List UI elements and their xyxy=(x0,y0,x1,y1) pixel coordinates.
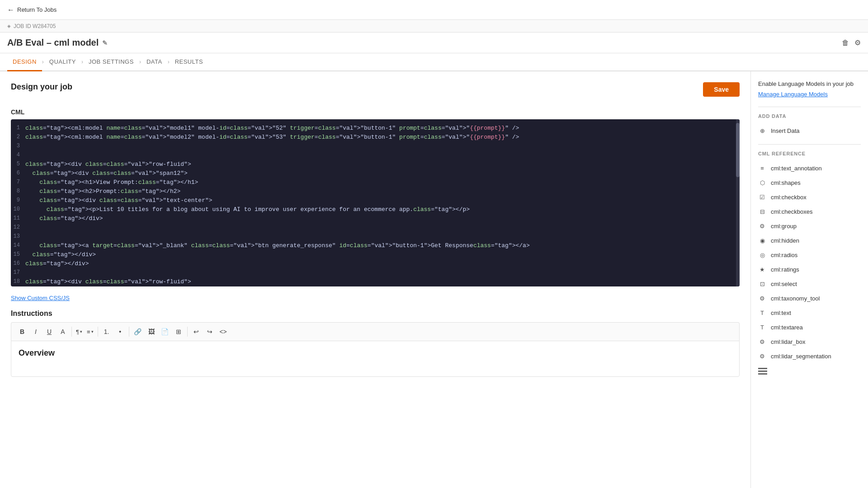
code-button[interactable]: <> xyxy=(217,325,230,338)
code-line: 7 class="tag"><h1>View Prompt:class="tag… xyxy=(11,179,740,188)
line-content: class="tag"><a target=class="val">"_blan… xyxy=(25,242,740,249)
sidebar-divider-1 xyxy=(758,107,861,107)
line-number: 6 xyxy=(11,170,25,176)
cml-ref-text_annotation[interactable]: ≡cml:text_annotation xyxy=(758,161,861,175)
cml-ref-ratings[interactable]: ★cml:ratings xyxy=(758,262,861,277)
code-line: 15 class="tag"></div> xyxy=(11,251,740,260)
tab-job-settings[interactable]: JOB SETTINGS xyxy=(83,53,139,71)
cml-ref-lidar_segmentation-icon: ⚙ xyxy=(758,352,766,360)
cml-ref-lidar_box[interactable]: ⚙cml:lidar_box xyxy=(758,334,861,349)
align-dropdown[interactable]: ≡ ▾ xyxy=(85,325,95,338)
line-content: class="tag"></div> xyxy=(25,260,740,267)
redo-button[interactable]: ↪ xyxy=(203,325,216,338)
delete-job-icon[interactable]: 🗑 xyxy=(842,39,849,47)
ordered-list-button[interactable]: 1. xyxy=(100,325,113,338)
cml-ref-group[interactable]: ⚙cml:group xyxy=(758,219,861,233)
cml-ref-text-label: cml:text xyxy=(771,310,791,316)
sidebar-divider-2 xyxy=(758,144,861,145)
line-number: 15 xyxy=(11,251,25,258)
cml-ref-checkboxes[interactable]: ⊟cml:checkboxes xyxy=(758,204,861,219)
line-number: 14 xyxy=(11,242,25,249)
code-line: 14 class="tag"><a target=class="val">"_b… xyxy=(11,242,740,251)
line-number: 16 xyxy=(11,260,25,267)
cml-ref-ratings-icon: ★ xyxy=(758,265,766,273)
file-button[interactable]: 📄 xyxy=(159,325,171,338)
scrollbar-thumb[interactable] xyxy=(736,123,740,177)
scrollbar-track[interactable] xyxy=(736,119,740,286)
cml-ref-taxonomy_tool[interactable]: ⚙cml:taxonomy_tool xyxy=(758,291,861,305)
tab-results[interactable]: RESULTS xyxy=(170,53,209,71)
manage-lm-link[interactable]: Manage Language Models xyxy=(758,91,861,98)
custom-css-link[interactable]: Show Custom CSS/JS xyxy=(11,295,740,301)
cml-ref-lidar_box-icon: ⚙ xyxy=(758,338,766,346)
link-button[interactable]: 🔗 xyxy=(132,325,144,338)
cml-ref-shapes-label: cml:shapes xyxy=(771,179,801,186)
cml-ref-lidar_box-label: cml:lidar_box xyxy=(771,338,806,345)
undo-button[interactable]: ↩ xyxy=(190,325,203,338)
settings-icon[interactable]: ⚙ xyxy=(854,38,861,47)
save-button[interactable]: Save xyxy=(703,82,740,97)
italic-button[interactable]: I xyxy=(29,325,42,338)
code-line: 13 xyxy=(11,233,740,242)
page-title-text: A/B Eval – cml model xyxy=(7,38,99,48)
rich-text-toolbar: B I U A ¶ ▾ ≡ ▾ 1. • 🔗 🖼 📄 ⊞ ↩ ↪ <> xyxy=(11,322,740,341)
line-number: 5 xyxy=(11,161,25,167)
table-button[interactable]: ⊞ xyxy=(172,325,185,338)
line-number: 12 xyxy=(11,224,25,230)
toolbar-sep-2 xyxy=(98,327,98,337)
rich-text-content[interactable]: Overview xyxy=(11,341,740,377)
code-editor-inner[interactable]: 1class="tag"><cml:model name=class="val"… xyxy=(11,119,740,286)
cml-ref-shapes[interactable]: ⬡cml:shapes xyxy=(758,175,861,190)
code-line: 8 class="tag"><h2>Prompt:class="tag"></h… xyxy=(11,188,740,197)
nav-tabs: DESIGN › QUALITY › JOB SETTINGS › DATA ›… xyxy=(0,53,868,71)
code-editor[interactable]: 1class="tag"><cml:model name=class="val"… xyxy=(11,119,740,286)
paragraph-dropdown[interactable]: ¶ ▾ xyxy=(74,325,84,338)
bold-button[interactable]: B xyxy=(16,325,28,338)
edit-title-icon[interactable]: ✎ xyxy=(102,39,108,47)
cml-ref-textarea[interactable]: Tcml:textarea xyxy=(758,320,861,334)
back-link[interactable]: ← Return To Jobs xyxy=(7,6,57,14)
unordered-list-button[interactable]: • xyxy=(114,325,127,338)
line-number: 17 xyxy=(11,269,25,276)
cml-ref-text[interactable]: Tcml:text xyxy=(758,305,861,320)
cml-ref-hidden[interactable]: ◉cml:hidden xyxy=(758,233,861,248)
cml-ref-radios-label: cml:radios xyxy=(771,252,797,258)
insert-data-item[interactable]: ⊕ Insert Data xyxy=(758,123,861,138)
cml-ref-lidar_segmentation[interactable]: ⚙cml:lidar_segmentation xyxy=(758,349,861,363)
cml-label: CML xyxy=(11,108,740,116)
cml-ref-checkbox-icon: ☑ xyxy=(758,193,766,201)
code-line: 2class="tag"><cml:model name=class="val"… xyxy=(11,134,740,143)
cml-ref-select[interactable]: ⊡cml:select xyxy=(758,277,861,291)
job-id-bar: ◈ JOB ID W284705 xyxy=(0,20,868,33)
line-number: 3 xyxy=(11,143,25,149)
tab-data[interactable]: DATA xyxy=(141,53,168,71)
code-line: 10 class="tag"><p>List 10 titles for a b… xyxy=(11,206,740,215)
job-id-icon: ◈ xyxy=(7,23,11,28)
cml-ref-select-label: cml:select xyxy=(771,281,797,287)
code-line: 9 class="tag"><div class=class="val">"te… xyxy=(11,197,740,206)
add-data-title: ADD DATA xyxy=(758,113,861,119)
cml-ref-radios[interactable]: ◎cml:radios xyxy=(758,248,861,262)
underline-button[interactable]: U xyxy=(43,325,56,338)
toolbar-sep-4 xyxy=(187,327,188,337)
image-button[interactable]: 🖼 xyxy=(145,325,158,338)
code-line: 6 class="tag"><div class=class="val">"sp… xyxy=(11,170,740,179)
code-line: 16class="tag"></div> xyxy=(11,260,740,269)
cml-ref-hidden-icon: ◉ xyxy=(758,236,766,244)
back-label: Return To Jobs xyxy=(17,6,57,13)
tab-quality[interactable]: QUALITY xyxy=(44,53,81,71)
code-line: 11 class="tag"></div> xyxy=(11,215,740,224)
cml-ref-group-icon: ⚙ xyxy=(758,222,766,230)
line-number: 13 xyxy=(11,233,25,239)
line-number: 11 xyxy=(11,215,25,221)
back-arrow-icon: ← xyxy=(7,6,14,14)
code-line: 4 xyxy=(11,152,740,161)
cml-ref-textarea-label: cml:textarea xyxy=(771,324,803,331)
section-title: Design your job xyxy=(11,82,72,92)
cml-ref-checkboxes-label: cml:checkboxes xyxy=(771,208,812,215)
line-number: 1 xyxy=(11,125,25,131)
color-button[interactable]: A xyxy=(57,325,69,338)
tab-design[interactable]: DESIGN xyxy=(7,53,42,71)
cml-ref-checkbox[interactable]: ☑cml:checkbox xyxy=(758,190,861,204)
code-line: 18class="tag"><div class=class="val">"ro… xyxy=(11,278,740,286)
